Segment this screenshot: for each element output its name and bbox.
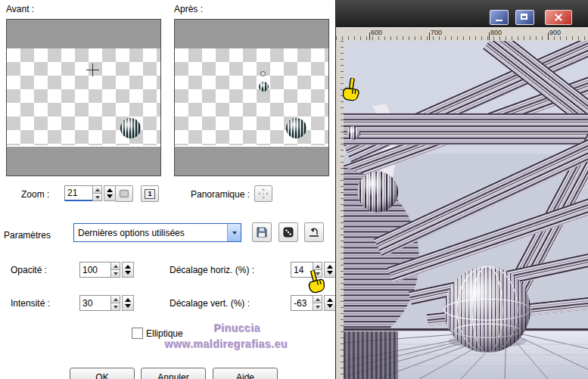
zoom-spin-up-button[interactable] (92, 185, 102, 194)
ruler-tick (429, 33, 430, 40)
intensity-input[interactable]: 30 (79, 295, 110, 311)
screen: Avant : Après : Zoom : 21 (0, 0, 588, 379)
intensity-spin-up-button[interactable] (110, 295, 120, 303)
actual-size-icon: 1 (145, 189, 154, 199)
v-offset-field: -63 (291, 295, 336, 311)
v-offset-input[interactable]: -63 (291, 295, 313, 311)
intensity-slider-button[interactable] (122, 295, 134, 311)
zoom-slider-button[interactable] (104, 185, 116, 201)
presets-combobox[interactable]: Dernières options utilisées (73, 223, 241, 242)
before-sphere (120, 118, 141, 138)
image-window-titlebar[interactable] (336, 0, 588, 27)
v-offset-spin-down-button[interactable] (313, 303, 322, 311)
down-arrow-icon (95, 196, 100, 199)
up-arrow-icon (125, 265, 131, 269)
opacity-slider-button[interactable] (122, 262, 134, 278)
down-arrow-icon (107, 194, 113, 198)
cancel-button[interactable]: Annuler (141, 368, 206, 379)
down-arrow-icon (114, 272, 118, 275)
zoom-spin-down-button[interactable] (92, 194, 102, 201)
randomize-preset-button[interactable] (278, 222, 298, 242)
intensity-spinner (110, 295, 120, 311)
presets-dropdown-button[interactable] (227, 224, 241, 241)
chevron-down-icon (232, 231, 237, 235)
pan-cross-icon (257, 188, 269, 200)
after-sphere (286, 118, 306, 138)
floppy-disk-icon (256, 226, 268, 238)
dice-icon (282, 226, 294, 238)
v-offset-spin-up-button[interactable] (313, 295, 322, 303)
elliptic-label: Elliptique (146, 328, 183, 339)
minimize-icon (496, 20, 502, 21)
down-arrow-icon (125, 271, 131, 275)
pan-button[interactable] (254, 185, 272, 202)
zoom-field: 21 (64, 185, 116, 201)
h-offset-spinner (313, 262, 322, 278)
after-gray-band-bottom (175, 147, 328, 176)
zoom-input[interactable]: 21 (64, 185, 92, 201)
before-label: Avant : (6, 4, 34, 14)
up-arrow-icon (114, 298, 118, 301)
down-arrow-icon (316, 306, 320, 309)
maximize-button[interactable] (515, 10, 534, 25)
h-offset-input[interactable]: 14 (291, 262, 313, 278)
opacity-spin-up-button[interactable] (110, 262, 120, 270)
up-arrow-icon (95, 188, 100, 191)
up-arrow-icon (107, 188, 113, 192)
reset-arrow-icon (307, 226, 321, 238)
ruler-tick (548, 33, 549, 40)
after-transparency-checker (175, 48, 328, 145)
zoom-actual-size-button[interactable]: 1 (141, 185, 159, 202)
save-preset-button[interactable] (252, 222, 272, 242)
zoom-fit-button[interactable] (115, 185, 133, 202)
h-offset-spin-down-button[interactable] (313, 270, 322, 278)
ruler-mark: 700 (431, 29, 442, 36)
watermark-url: www.maldiregrafias.eu (165, 338, 288, 350)
down-arrow-icon (125, 304, 131, 308)
up-arrow-icon (114, 265, 118, 268)
image-canvas[interactable] (344, 41, 588, 379)
ruler-mark: 900 (549, 29, 561, 36)
after-gray-band-top (175, 20, 328, 48)
before-preview[interactable] (6, 19, 161, 176)
help-button[interactable]: Aide (213, 368, 278, 379)
after-label: Après : (174, 4, 203, 14)
opacity-label: Opacité : (11, 265, 47, 275)
presets-label: Paramètres (4, 230, 51, 241)
ruler-mark: 600 (371, 29, 382, 36)
minimize-button[interactable] (490, 10, 509, 25)
opacity-input[interactable]: 100 (79, 262, 110, 278)
up-arrow-icon (327, 298, 333, 302)
presets-value: Dernières options utilisées (74, 228, 227, 238)
horizontal-ruler: 600 700 800 900 (336, 27, 588, 42)
intensity-field: 30 (79, 295, 134, 311)
opacity-spin-down-button[interactable] (110, 270, 120, 278)
up-arrow-icon (125, 298, 131, 302)
close-button[interactable] (545, 10, 572, 25)
h-offset-spin-up-button[interactable] (313, 262, 322, 270)
before-transparency-checker (7, 48, 160, 145)
h-offset-slider-button[interactable] (324, 262, 336, 278)
maximize-icon (521, 14, 527, 20)
v-offset-slider-button[interactable] (324, 295, 336, 311)
before-gray-band-top (7, 20, 160, 48)
watermark-author: Pinuccia (214, 322, 261, 334)
fit-image-icon (118, 188, 130, 200)
after-small-sphere (259, 82, 269, 92)
abstract-artwork (344, 41, 588, 379)
h-offset-field: 14 (291, 262, 336, 278)
ok-button[interactable]: OK (70, 368, 135, 379)
elliptic-checkbox[interactable] (132, 328, 143, 339)
before-gray-band-bottom (7, 147, 160, 176)
reset-default-button[interactable] (304, 222, 324, 242)
down-arrow-icon (327, 271, 333, 275)
down-arrow-icon (114, 306, 118, 309)
after-preview[interactable] (174, 19, 329, 176)
up-arrow-icon (316, 298, 320, 301)
opacity-field: 100 (79, 262, 134, 278)
v-offset-spinner (313, 295, 322, 311)
up-arrow-icon (316, 265, 320, 268)
zoom-label: Zoom : (21, 189, 49, 200)
zoom-spinner (92, 185, 102, 201)
intensity-spin-down-button[interactable] (110, 303, 120, 311)
